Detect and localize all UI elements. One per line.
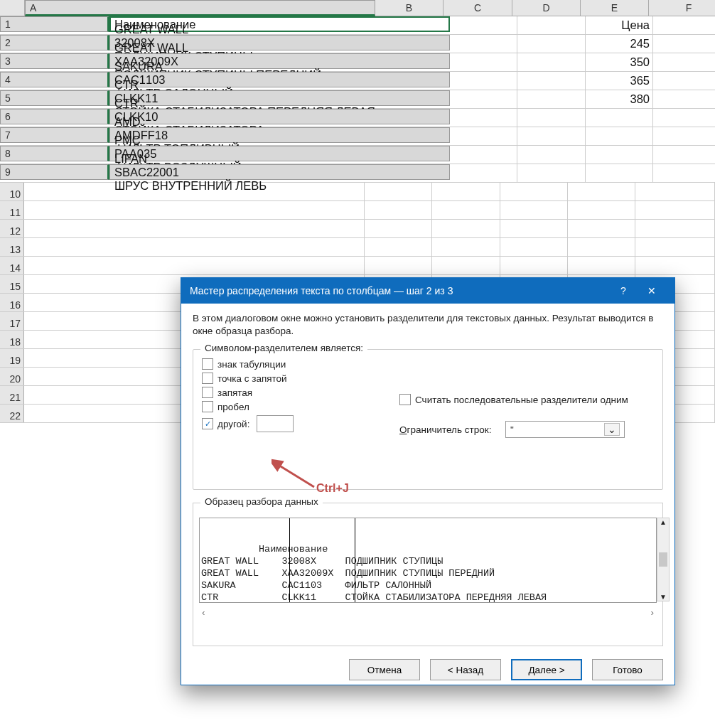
cell[interactable] <box>653 72 715 90</box>
cell[interactable] <box>586 146 653 164</box>
cell[interactable] <box>653 164 715 182</box>
cell[interactable] <box>450 146 517 164</box>
cell[interactable] <box>432 238 500 256</box>
cell[interactable] <box>500 257 568 274</box>
cell[interactable] <box>653 109 715 127</box>
cell[interactable] <box>432 220 500 237</box>
checkbox-tab[interactable] <box>202 358 213 370</box>
cell[interactable] <box>432 201 500 219</box>
cell[interactable] <box>500 201 568 219</box>
text-qualifier-dropdown[interactable]: " ⌄ <box>505 421 625 438</box>
cell[interactable] <box>432 257 500 274</box>
row-header[interactable]: 21 <box>0 386 24 404</box>
cell[interactable] <box>365 183 432 200</box>
row-header[interactable]: 2 <box>0 35 109 50</box>
cell[interactable] <box>24 257 365 274</box>
cell[interactable] <box>517 16 586 34</box>
cell[interactable] <box>635 238 715 256</box>
row-header[interactable]: 4 <box>0 72 109 87</box>
cell[interactable] <box>635 257 715 274</box>
cell[interactable] <box>653 90 715 108</box>
row-header[interactable]: 13 <box>0 238 24 256</box>
cell[interactable] <box>450 72 517 90</box>
cell[interactable] <box>432 183 500 200</box>
help-button[interactable]: ? <box>609 285 638 296</box>
cell[interactable]: 350 <box>586 53 653 71</box>
cell[interactable] <box>517 72 586 90</box>
row-header[interactable]: 10 <box>0 183 24 200</box>
cell[interactable] <box>517 90 586 108</box>
checkbox-space[interactable] <box>202 401 213 412</box>
row-header[interactable]: 19 <box>0 349 24 367</box>
cell[interactable]: 245 <box>586 35 653 53</box>
row-header[interactable]: 9 <box>0 164 109 180</box>
col-header-C[interactable]: C <box>443 0 512 16</box>
scroll-left-icon[interactable]: ‹ <box>202 607 205 618</box>
checkbox-consecutive[interactable] <box>399 394 411 405</box>
row-header[interactable]: 1 <box>0 16 109 32</box>
row-header[interactable]: 11 <box>0 201 24 219</box>
cell[interactable] <box>635 201 715 219</box>
row-header[interactable]: 12 <box>0 220 24 237</box>
cell[interactable] <box>365 201 432 219</box>
next-button[interactable]: Далее > <box>511 659 582 680</box>
row-header[interactable]: 3 <box>0 53 109 69</box>
cell[interactable] <box>635 220 715 237</box>
cell[interactable] <box>517 146 586 164</box>
cell[interactable] <box>653 53 715 71</box>
cell[interactable] <box>450 109 517 127</box>
scroll-down-icon[interactable]: ▼ <box>660 593 667 601</box>
cell[interactable] <box>24 183 365 200</box>
cell[interactable] <box>517 35 586 53</box>
cancel-button[interactable]: Отмена <box>349 659 420 680</box>
row-header[interactable]: 8 <box>0 146 109 161</box>
cell[interactable] <box>450 164 517 182</box>
vertical-scrollbar[interactable]: ▲ ▼ <box>657 518 670 601</box>
cell[interactable] <box>568 257 635 274</box>
cell[interactable] <box>586 109 653 127</box>
cell[interactable] <box>517 53 586 71</box>
back-button[interactable]: < Назад <box>430 659 501 680</box>
row-header[interactable]: 16 <box>0 294 24 311</box>
cell[interactable] <box>365 257 432 274</box>
cell[interactable] <box>568 201 635 219</box>
cell[interactable] <box>365 220 432 237</box>
horizontal-scrollbar[interactable]: ‹ › <box>199 607 657 618</box>
checkbox-comma[interactable] <box>202 387 213 398</box>
other-delimiter-input[interactable] <box>257 415 294 432</box>
col-header-A[interactable]: A <box>25 0 375 16</box>
cell[interactable] <box>450 127 517 145</box>
cell[interactable] <box>450 90 517 108</box>
cell[interactable] <box>568 220 635 237</box>
row-header[interactable]: 18 <box>0 331 24 348</box>
col-header-B[interactable]: B <box>375 0 443 16</box>
cell[interactable] <box>450 16 517 34</box>
cell[interactable] <box>517 127 586 145</box>
cell[interactable] <box>500 183 568 200</box>
row-header[interactable]: 15 <box>0 275 24 293</box>
dialog-titlebar[interactable]: Мастер распределения текста по столбцам … <box>181 278 674 304</box>
cell[interactable] <box>450 35 517 53</box>
row-header[interactable]: 5 <box>0 90 109 106</box>
cell[interactable] <box>586 127 653 145</box>
cell[interactable] <box>24 201 365 219</box>
row-header[interactable]: 22 <box>0 405 24 422</box>
col-header-D[interactable]: D <box>512 0 581 16</box>
cell[interactable] <box>653 16 715 34</box>
cell[interactable]: 365 <box>586 72 653 90</box>
row-header[interactable]: 14 <box>0 257 24 274</box>
select-all-corner[interactable] <box>0 0 25 16</box>
cell[interactable] <box>653 127 715 145</box>
row-header[interactable]: 20 <box>0 368 24 385</box>
row-header[interactable]: 7 <box>0 127 109 143</box>
finish-button[interactable]: Готово <box>592 659 663 680</box>
cell[interactable] <box>24 238 365 256</box>
checkbox-other[interactable] <box>202 418 213 429</box>
cell[interactable] <box>450 53 517 71</box>
close-button[interactable]: ✕ <box>638 285 666 296</box>
cell[interactable] <box>568 238 635 256</box>
cell[interactable] <box>517 164 586 182</box>
cell[interactable] <box>653 35 715 53</box>
cell[interactable] <box>24 220 365 237</box>
col-header-F[interactable]: F <box>649 0 715 16</box>
